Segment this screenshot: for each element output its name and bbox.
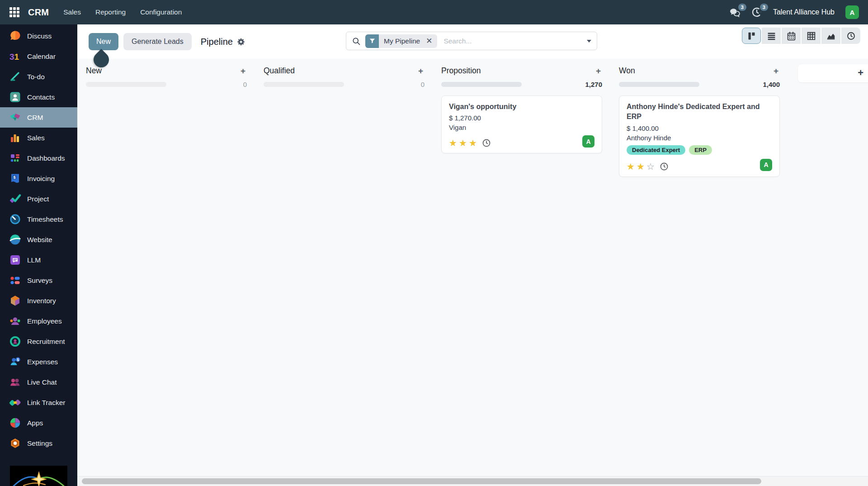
- column-progressbar[interactable]: [86, 82, 166, 87]
- card-assignee-avatar[interactable]: A: [760, 159, 772, 171]
- search-bar: My Pipeline ✕: [346, 32, 597, 50]
- kanban-card[interactable]: Vigan's opportunity$ 1,270.00Vigan★★★A: [441, 95, 602, 153]
- view-activity-button[interactable]: [841, 28, 860, 44]
- star-empty-icon[interactable]: ☆: [646, 162, 655, 171]
- quick-add-icon[interactable]: +: [239, 66, 247, 76]
- sidebar-item-llm[interactable]: LLM: [0, 250, 77, 270]
- sidebar-item-surveys[interactable]: Surveys: [0, 270, 77, 291]
- livechat-icon: [9, 376, 21, 388]
- svg-text:$: $: [17, 357, 19, 362]
- kanban-columns: New+0Qualified+0Proposition+1,270Vigan's…: [86, 65, 868, 177]
- sidebar-item-inventory[interactable]: Inventory: [0, 291, 77, 311]
- sidebar-item-dashboards[interactable]: Dashboards: [0, 148, 77, 168]
- quick-add-icon[interactable]: +: [772, 66, 780, 76]
- star-filled-icon[interactable]: ★: [637, 162, 645, 171]
- sidebar-item-label: Contacts: [27, 93, 55, 101]
- sidebar-item-timesheets[interactable]: Timesheets: [0, 209, 77, 229]
- quick-add-icon[interactable]: +: [594, 66, 602, 76]
- activity-clock-icon[interactable]: [482, 138, 491, 148]
- horizontal-scrollbar: [77, 476, 868, 486]
- card-title: Vigan's opportunity: [449, 102, 594, 112]
- invoicing-icon: $: [9, 172, 21, 185]
- search-dropdown-caret-icon[interactable]: [587, 40, 591, 43]
- column-title: Won: [619, 66, 635, 76]
- sidebar-item-crm[interactable]: CRM: [0, 107, 77, 128]
- menu-configuration[interactable]: Configuration: [140, 8, 182, 16]
- sidebar-item-employees[interactable]: Employees: [0, 311, 77, 331]
- view-calendar-button[interactable]: [782, 28, 801, 44]
- kanban-board: New+0Qualified+0Proposition+1,270Vigan's…: [77, 59, 868, 476]
- star-filled-icon[interactable]: ★: [449, 138, 457, 148]
- current-app-name[interactable]: CRM: [28, 7, 49, 18]
- sidebar-item-calendar[interactable]: 31Calendar: [0, 46, 77, 67]
- card-assignee-avatar[interactable]: A: [582, 135, 594, 148]
- view-kanban-button[interactable]: [742, 28, 761, 44]
- activity-view-icon: [846, 31, 856, 41]
- horizontal-scrollbar-thumb[interactable]: [82, 478, 761, 484]
- menu-sales[interactable]: Sales: [63, 8, 81, 16]
- sidebar-item-label: Recruitment: [27, 338, 65, 346]
- control-panel: New Generate Leads Pipeline My Pipeline …: [77, 24, 868, 59]
- kanban-card[interactable]: Anthony Hinde's Dedicated Expert and ERP…: [619, 95, 780, 177]
- sidebar-item-label: Project: [27, 195, 49, 203]
- view-pivot-button[interactable]: [802, 28, 821, 44]
- activities-icon[interactable]: 3: [751, 7, 762, 18]
- sidebar-item-expenses[interactable]: $Expenses: [0, 352, 77, 372]
- svg-text:31: 31: [9, 52, 19, 62]
- activities-badge: 3: [760, 4, 768, 11]
- pivot-view-icon: [807, 31, 816, 41]
- crm-icon: [9, 111, 21, 124]
- user-avatar[interactable]: A: [845, 5, 859, 19]
- dashboards-icon: [9, 152, 21, 164]
- add-column-button[interactable]: +: [798, 64, 868, 82]
- app-menus: SalesReportingConfiguration: [63, 8, 182, 16]
- gear-icon[interactable]: [237, 38, 245, 46]
- column-expected-revenue: 1,400: [763, 81, 780, 88]
- sidebar-item-recruitment[interactable]: Recruitment: [0, 331, 77, 352]
- column-progressbar[interactable]: [264, 82, 344, 87]
- sidebar-item-sales[interactable]: Sales: [0, 128, 77, 148]
- star-filled-icon[interactable]: ★: [627, 162, 635, 171]
- new-button[interactable]: New: [89, 33, 118, 50]
- employees-icon: [9, 315, 21, 327]
- column-expected-revenue: 1,270: [585, 81, 602, 88]
- sidebar-item-contacts[interactable]: Contacts: [0, 87, 77, 107]
- column-title: New: [86, 66, 102, 76]
- generate-leads-button[interactable]: Generate Leads: [123, 33, 192, 50]
- sidebar-item-project[interactable]: Project: [0, 189, 77, 209]
- sidebar-item-to-do[interactable]: To-do: [0, 67, 77, 87]
- messages-icon[interactable]: 3: [729, 7, 741, 18]
- apps-grid-icon[interactable]: [9, 7, 20, 18]
- star-filled-icon[interactable]: ★: [469, 138, 477, 148]
- column-progressbar[interactable]: [619, 82, 699, 87]
- sidebar-item-label: Website: [27, 236, 52, 244]
- card-priority-stars: ★★☆: [627, 162, 669, 171]
- column-progressbar[interactable]: [441, 82, 522, 87]
- recruitment-icon: [9, 335, 21, 348]
- column-expected-revenue: 0: [243, 81, 247, 88]
- quick-add-icon[interactable]: +: [417, 66, 425, 76]
- search-facet: My Pipeline ✕: [365, 34, 437, 48]
- view-graph-button[interactable]: [821, 28, 840, 44]
- facet-remove-icon[interactable]: ✕: [425, 34, 437, 48]
- view-switcher: [742, 28, 860, 44]
- star-filled-icon[interactable]: ★: [459, 138, 467, 148]
- search-input[interactable]: [443, 37, 583, 46]
- sidebar-item-label: Live Chat: [27, 378, 57, 386]
- sidebar-item-discuss[interactable]: Discuss: [0, 26, 77, 46]
- view-list-button[interactable]: [762, 28, 781, 44]
- sidebar-item-website[interactable]: Website: [0, 229, 77, 250]
- sidebar-item-invoicing[interactable]: $Invoicing: [0, 168, 77, 189]
- filter-icon: [365, 34, 379, 48]
- expenses-icon: $: [9, 356, 21, 368]
- sidebar-item-settings[interactable]: Settings: [0, 433, 77, 453]
- sidebar-item-apps[interactable]: Apps: [0, 413, 77, 433]
- sidebar-item-label: Surveys: [27, 276, 52, 285]
- activity-clock-icon[interactable]: [660, 162, 669, 171]
- sidebar-item-label: Sales: [27, 134, 45, 142]
- sidebar-item-live-chat[interactable]: Live Chat: [0, 372, 77, 392]
- menu-reporting[interactable]: Reporting: [95, 8, 126, 16]
- sidebar-item-link-tracker[interactable]: Link Tracker: [0, 392, 77, 413]
- search-icon: [352, 37, 361, 46]
- company-name[interactable]: Talent Alliance Hub: [773, 8, 835, 16]
